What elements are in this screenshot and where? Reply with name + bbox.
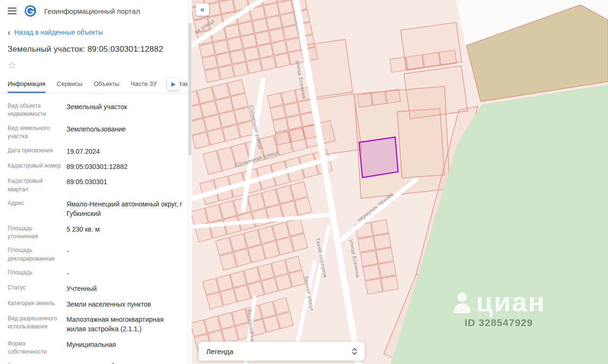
menu-icon[interactable] xyxy=(8,6,17,16)
tab-information[interactable]: Информация xyxy=(8,75,46,93)
field-row: Форма собственностиМуниципальная xyxy=(8,340,184,356)
parcel xyxy=(218,65,234,79)
field-value: 19.07.2024 xyxy=(66,147,100,156)
parcel xyxy=(287,115,303,130)
parcel xyxy=(376,248,393,263)
parcel xyxy=(252,19,268,33)
back-link-label: Назад в найденные объекты xyxy=(14,28,103,36)
parcel xyxy=(358,236,375,252)
parcel xyxy=(244,47,259,61)
parcel xyxy=(273,118,288,132)
parcel xyxy=(361,251,378,266)
parcel xyxy=(267,93,283,107)
field-row: Кадастровый номер89:05:030301:12882 xyxy=(8,162,184,171)
parcel xyxy=(390,57,408,72)
field-row: СтатусУчтенный xyxy=(8,284,184,293)
parcel xyxy=(439,50,457,65)
field-row: Категория земельЗемли населенных пунктов xyxy=(8,299,184,309)
parcel xyxy=(260,56,276,70)
parcel xyxy=(281,90,297,104)
field-row: АдресЯмало-Ненецкий автономный округ, г … xyxy=(8,199,184,219)
parcel xyxy=(216,53,232,67)
field-value: Земли населенных пунктов xyxy=(66,299,151,309)
field-label: Дата присвоения xyxy=(8,147,66,156)
selected-parcel[interactable] xyxy=(359,137,398,177)
parcel xyxy=(225,25,240,39)
field-value: Землепользование xyxy=(66,124,126,141)
parcel xyxy=(371,91,386,105)
field-row: Площадь уточненная5 230 кв. м xyxy=(8,224,184,241)
parcel xyxy=(374,233,391,249)
parcel xyxy=(285,37,301,52)
parcel xyxy=(205,68,220,82)
field-label: Площадь уточненная xyxy=(8,224,66,241)
parcel xyxy=(379,262,396,278)
attributes-list: Вид объекта недвижимостиЗемельный участо… xyxy=(0,93,192,364)
field-label: Кадастровая xyxy=(8,362,66,364)
parcel xyxy=(230,49,246,64)
parcel xyxy=(371,220,389,235)
panel-scrollbar-thumb[interactable] xyxy=(189,23,191,156)
parcel xyxy=(381,276,398,291)
parcel xyxy=(283,25,299,39)
tabs-scroll-right-button[interactable]: ▶ xyxy=(167,78,180,90)
back-link[interactable]: ‹ Назад в найденные объекты xyxy=(0,19,192,37)
field-value: - xyxy=(66,269,69,278)
field-value: 89:05:030301 xyxy=(66,177,107,194)
field-label: Форма собственности xyxy=(8,340,66,356)
field-row: Площадь- xyxy=(8,269,184,278)
field-value: Земельный участок xyxy=(66,102,127,119)
field-label: Адрес xyxy=(8,199,66,219)
tab-parts[interactable]: Части ЗУ xyxy=(131,75,157,93)
geo-portal-app: Геоинформационный портал ‹ Назад в найде… xyxy=(0,0,608,364)
parcel xyxy=(264,3,279,17)
field-label: Площадь декларированная xyxy=(8,246,66,263)
top-bar: Геоинформационный портал xyxy=(0,0,192,19)
field-row: Вид разрешенного использованияМалоэтажна… xyxy=(8,315,184,334)
field-row: Вид земельного участкаЗемлепользование xyxy=(8,124,184,141)
field-label: Вид разрешенного использования xyxy=(8,315,66,334)
favorite-star-icon[interactable]: ☆ xyxy=(8,60,19,71)
field-label: Категория земель xyxy=(8,299,66,309)
parcel xyxy=(280,13,296,27)
parcel xyxy=(270,105,286,120)
tab-objects[interactable]: Объекты xyxy=(94,75,119,93)
field-value: 89:05:030301:12882 xyxy=(66,162,127,171)
parcel xyxy=(233,62,248,76)
parcel xyxy=(272,41,287,55)
page-title: Земельный участок: 89:05:030301:12882 xyxy=(0,37,192,54)
tab-bar: Информация Сервисы Объекты Части ЗУ Сост… xyxy=(0,75,192,93)
parcel xyxy=(266,16,282,30)
parcel xyxy=(241,34,257,48)
tab-services[interactable]: Сервисы xyxy=(57,75,83,93)
collapse-panel-button[interactable]: « xyxy=(196,3,209,16)
portal-logo-icon xyxy=(24,5,37,17)
panel-scrollbar[interactable] xyxy=(188,0,192,364)
field-label: Вид объекта недвижимости xyxy=(8,102,66,119)
legend-toggle-icon[interactable] xyxy=(352,348,357,355)
field-label: Вид земельного участка xyxy=(8,124,66,141)
object-info-panel: Геоинформационный портал ‹ Назад в найде… xyxy=(0,0,192,364)
chevron-left-icon: ‹ xyxy=(8,29,10,36)
field-row: Вид объекта недвижимостиЗемельный участо… xyxy=(8,102,184,119)
map-canvas: улица Есенина улица Есенина Солнечная ул… xyxy=(192,0,608,364)
legend-label: Легенда xyxy=(206,347,233,355)
field-label: Кадастровый номер xyxy=(8,162,66,171)
field-value: 5 230 кв. м xyxy=(66,224,100,241)
cadastral-map[interactable]: улица Есенина улица Есенина Солнечная ул… xyxy=(192,0,608,364)
parcel xyxy=(275,53,290,67)
field-value: Учтенный xyxy=(66,284,97,293)
parcel xyxy=(423,52,440,67)
field-value: - xyxy=(66,246,69,263)
app-title: Геоинформационный портал xyxy=(44,7,140,15)
parcel xyxy=(219,0,235,14)
field-row: Кадастровый квартал89:05:030301 xyxy=(8,177,184,194)
legend-panel[interactable]: Легенда xyxy=(199,342,365,361)
field-value: 8 951 249,6 руб. xyxy=(66,362,116,364)
parcel xyxy=(238,21,254,36)
field-value: Муниципальная xyxy=(66,340,116,356)
field-value: Ямало-Ненецкий автономный округ, г Губки… xyxy=(66,199,184,219)
parcel xyxy=(258,44,274,58)
parcel xyxy=(269,28,285,42)
parcel xyxy=(247,59,262,74)
